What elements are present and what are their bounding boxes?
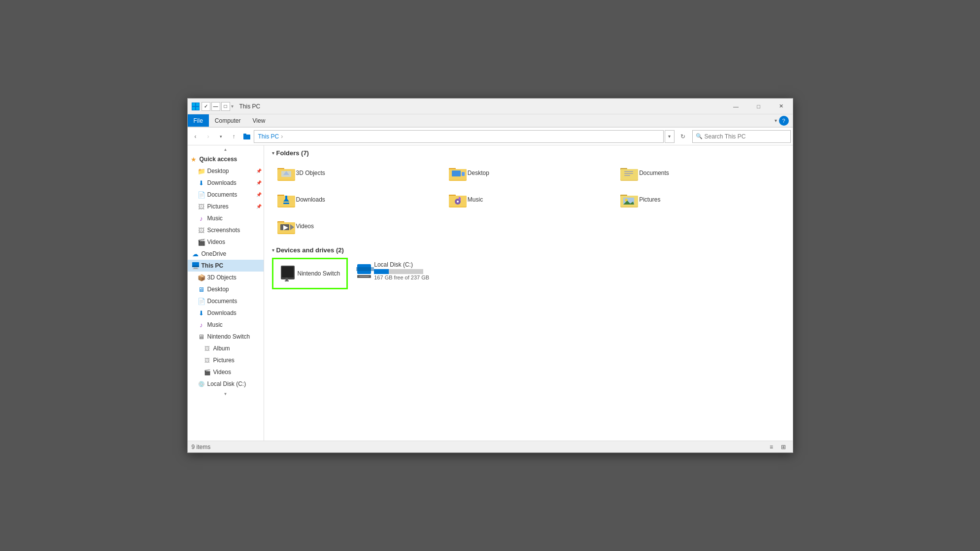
address-path-display[interactable]: This PC ›	[254, 130, 664, 143]
main-area: ▲ ★ Quick access 📁 Desktop 📌 ⬇ Downloads…	[188, 145, 793, 441]
content-area: ▾ Folders (7) 3D Objects	[264, 145, 793, 441]
search-input[interactable]	[705, 133, 787, 140]
sidebar-label-onedrive: OneDrive	[202, 250, 227, 257]
folder-item-3dobjects[interactable]: 3D Objects	[272, 161, 441, 185]
local-disk-icon	[356, 262, 374, 280]
sidebar-item-this-pc[interactable]: This PC	[188, 260, 264, 272]
window-controls: — □ ✕	[725, 99, 793, 114]
svg-rect-54	[356, 267, 374, 271]
documents-icon: 📄	[198, 297, 205, 305]
folder-item-downloads[interactable]: Downloads	[272, 187, 441, 212]
svg-rect-50	[282, 267, 294, 277]
sidebar-item-nintendo-switch[interactable]: 🖥 Nintendo Switch	[188, 331, 264, 343]
sidebar-item-downloads[interactable]: ⬇ Downloads	[188, 307, 264, 319]
sidebar-item-desktop-qa[interactable]: 📁 Desktop 📌	[188, 165, 264, 177]
svg-rect-18	[452, 171, 461, 176]
qat-check-btn[interactable]: ✓	[202, 102, 210, 111]
svg-rect-1	[196, 103, 199, 106]
folder-label-documents: Documents	[639, 170, 669, 176]
sidebar-item-pictures[interactable]: 🖼 Pictures	[188, 354, 264, 366]
svg-rect-3	[196, 107, 199, 110]
sidebar-item-documents[interactable]: 📄 Documents	[188, 295, 264, 307]
ribbon-collapse-icon[interactable]: ▾	[775, 118, 777, 123]
svg-rect-19	[462, 172, 465, 176]
sidebar-label-documents: Documents	[207, 298, 237, 305]
folder-item-pictures[interactable]: Pictures	[615, 187, 784, 212]
sidebar-item-videos[interactable]: 🎬 Videos	[188, 366, 264, 378]
qat-blank-btn[interactable]: □	[221, 102, 230, 111]
sidebar-item-quick-access[interactable]: ★ Quick access	[188, 153, 264, 165]
address-dropdown-button[interactable]: ▾	[665, 130, 675, 143]
list-view-button[interactable]: ≡	[766, 442, 777, 452]
svg-rect-5	[243, 134, 246, 136]
qat-more-btn[interactable]: ▾	[231, 103, 234, 109]
file-explorer-window: ✓ — □ ▾ This PC — □ ✕ File Computer View…	[187, 98, 793, 453]
help-button[interactable]: ?	[779, 116, 789, 126]
folder-item-videos[interactable]: Videos	[272, 214, 441, 239]
sidebar-item-documents-qa[interactable]: 📄 Documents 📌	[188, 189, 264, 201]
forward-button[interactable]: ›	[203, 130, 214, 143]
tab-file[interactable]: File	[188, 114, 209, 127]
sidebar-label-music-qa: Music	[207, 215, 223, 222]
videos-icon: 🎬	[203, 368, 211, 376]
back-button[interactable]: ‹	[190, 130, 202, 143]
folders-grid: 3D Objects Desktop	[272, 161, 785, 239]
sidebar-scroll-down[interactable]: ▼	[188, 390, 264, 398]
tab-computer[interactable]: Computer	[209, 114, 247, 127]
svg-rect-25	[624, 175, 630, 176]
sidebar-scroll-up[interactable]: ▲	[188, 145, 264, 153]
folder-label-downloads: Downloads	[296, 196, 325, 203]
sidebar-item-3dobjects[interactable]: 📦 3D Objects	[188, 272, 264, 283]
sidebar-item-music[interactable]: ♪ Music	[188, 319, 264, 331]
recent-locations-button[interactable]: ▾	[215, 130, 227, 143]
tab-view[interactable]: View	[247, 114, 271, 127]
ribbon: File Computer View ▾ ?	[188, 114, 793, 128]
sidebar-item-desktop[interactable]: 🖥 Desktop	[188, 283, 264, 295]
svg-point-51	[285, 277, 288, 280]
sidebar-label-pictures-qa: Pictures	[207, 203, 229, 210]
device-item-local-disk[interactable]: Local Disk (C:) 167 GB free of 237 GB	[352, 258, 450, 284]
up-button[interactable]: ↑	[228, 130, 240, 143]
svg-rect-23	[624, 171, 633, 172]
status-bar: 9 items ≡ ⊞	[188, 441, 793, 452]
qat-minus-btn[interactable]: —	[211, 102, 220, 111]
sidebar-label-nintendo-switch: Nintendo Switch	[207, 333, 250, 340]
documents-icon-qa: 📄	[198, 191, 205, 199]
local-disk-name: Local Disk (C:)	[374, 261, 429, 268]
sidebar-label-desktop: Desktop	[207, 286, 229, 293]
sidebar-item-music-qa[interactable]: ♪ Music	[188, 212, 264, 224]
sidebar-item-videos-qa[interactable]: 🎬 Videos	[188, 236, 264, 248]
folder-item-documents[interactable]: Documents	[615, 161, 784, 185]
svg-rect-52	[285, 280, 289, 281]
music-icon-qa: ♪	[198, 214, 205, 222]
sidebar-item-downloads-qa[interactable]: ⬇ Downloads 📌	[188, 177, 264, 189]
sidebar-item-onedrive[interactable]: ☁ OneDrive	[188, 248, 264, 260]
device-item-nintendo-switch[interactable]: Nintendo Switch	[275, 261, 345, 286]
devices-section-header[interactable]: ▾ Devices and drives (2)	[272, 246, 785, 254]
large-icons-view-button[interactable]: ⊞	[778, 442, 789, 452]
maximize-button[interactable]: □	[747, 99, 770, 114]
drives-row: Nintendo Switch Local Disk (C:)	[272, 258, 785, 289]
pictures-icon: 🖼	[203, 356, 211, 364]
folder-icon-music	[448, 191, 468, 208]
folder-item-desktop[interactable]: Desktop	[443, 161, 613, 185]
minimize-button[interactable]: —	[725, 99, 747, 114]
folders-section-title: Folders (7)	[276, 149, 309, 157]
sidebar-label-videos-qa: Videos	[207, 239, 225, 245]
sidebar-item-screenshots-qa[interactable]: 🖼 Screenshots	[188, 224, 264, 236]
quick-access-toolbar: ✓ — □ ▾	[202, 102, 234, 111]
view-toggle-area: ≡ ⊞	[766, 442, 789, 452]
sidebar-item-pictures-qa[interactable]: 🖼 Pictures 📌	[188, 201, 264, 212]
folders-section-header[interactable]: ▾ Folders (7)	[272, 149, 785, 157]
pin-icon-dl: 📌	[256, 180, 262, 185]
refresh-button[interactable]: ↻	[676, 130, 689, 143]
sidebar-item-local-disk[interactable]: 💿 Local Disk (C:)	[188, 378, 264, 390]
sidebar-item-album[interactable]: 🖼 Album	[188, 343, 264, 354]
downloads-icon-qa: ⬇	[198, 179, 205, 187]
videos-icon-qa: 🎬	[198, 238, 205, 246]
folder-label-videos: Videos	[296, 223, 314, 230]
svg-rect-22	[620, 169, 638, 180]
sidebar-label-pictures: Pictures	[213, 357, 235, 364]
close-button[interactable]: ✕	[770, 99, 793, 114]
folder-item-music[interactable]: Music	[443, 187, 613, 212]
